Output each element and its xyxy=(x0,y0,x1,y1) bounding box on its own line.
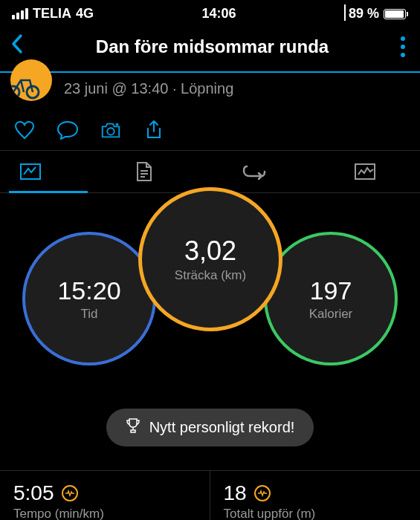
battery-icon xyxy=(384,9,408,19)
like-icon[interactable] xyxy=(13,120,36,140)
carrier-label: TELIA xyxy=(33,6,71,22)
clock: 14:06 xyxy=(201,6,236,22)
distance-value: 3,02 xyxy=(184,235,236,267)
status-left: TELIA 4G xyxy=(12,6,94,22)
stat-circles: 15:20 Tid 197 Kalorier 3,02 Sträcka (km) xyxy=(0,198,420,391)
back-button[interactable] xyxy=(10,33,24,59)
network-label: 4G xyxy=(76,6,94,22)
trophy-icon xyxy=(126,417,140,438)
avatar[interactable] xyxy=(10,59,52,101)
circle-calories[interactable]: 197 Kalorier xyxy=(264,232,398,365)
comment-icon[interactable] xyxy=(56,120,79,140)
elev-value: 18 xyxy=(224,481,247,505)
tab-laps[interactable] xyxy=(198,151,309,192)
svg-point-2 xyxy=(107,128,114,134)
distance-label: Sträcka (km) xyxy=(175,268,246,283)
elev-label: Totalt uppför (m) xyxy=(224,507,407,520)
calories-label: Kalorier xyxy=(309,307,353,322)
activity-meta: 23 juni @ 13:40 · Löpning xyxy=(0,73,420,114)
page-title: Dan före midsommar runda xyxy=(96,36,329,57)
tab-details[interactable] xyxy=(88,151,198,192)
action-bar xyxy=(0,114,420,150)
pr-badge[interactable]: Nytt personligt rekord! xyxy=(106,409,314,446)
tab-stats[interactable] xyxy=(9,151,88,192)
camera-icon[interactable] xyxy=(100,120,122,140)
pace-label: Tempo (min/km) xyxy=(13,507,196,520)
circle-distance[interactable]: 3,02 Sträcka (km) xyxy=(138,187,282,331)
activity-subtitle: 23 juni @ 13:40 · Löpning xyxy=(64,77,233,97)
stat-elevation[interactable]: 18 Totalt uppför (m) xyxy=(210,471,421,520)
time-value: 15:20 xyxy=(57,276,120,305)
pr-text: Nytt personligt rekord! xyxy=(149,419,295,436)
tab-charts[interactable] xyxy=(309,151,420,192)
header: Dan före midsommar runda xyxy=(0,25,420,71)
stat-grid: 5:05 Tempo (min/km) 18 Totalt uppför (m) xyxy=(0,470,420,520)
pulse-icon xyxy=(62,485,78,501)
pace-value: 5:05 xyxy=(13,481,54,505)
more-button[interactable] xyxy=(401,36,410,57)
calories-value: 197 xyxy=(310,276,352,305)
stat-pace[interactable]: 5:05 Tempo (min/km) xyxy=(0,471,210,520)
share-icon[interactable] xyxy=(143,120,165,140)
battery-label: 89 % xyxy=(349,6,379,22)
signal-icon xyxy=(12,8,28,19)
time-label: Tid xyxy=(81,307,98,322)
status-bar: TELIA 4G 14:06 89 % xyxy=(0,0,420,25)
status-right: 89 % xyxy=(344,6,408,22)
pulse-icon xyxy=(254,485,271,501)
circle-time[interactable]: 15:20 Tid xyxy=(22,232,156,365)
svg-point-0 xyxy=(10,86,19,98)
